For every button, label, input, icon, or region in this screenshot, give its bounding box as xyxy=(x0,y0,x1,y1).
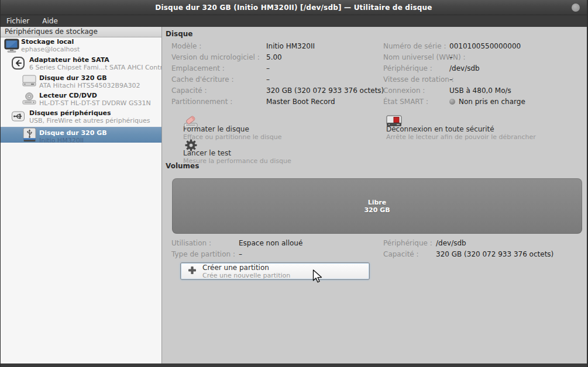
volumes-section-heading: Volumes xyxy=(166,162,199,170)
sidebar-item-cd-dvd-drive[interactable]: Lecteur CD/DVD HL-DT-ST HL-DT-ST DVDRW G… xyxy=(1,91,161,109)
info-value: 320 GB (320 072 933 376 octets) xyxy=(436,250,553,259)
eraser-icon xyxy=(183,114,199,133)
info-value: – xyxy=(449,53,453,63)
window-title: Disque dur 320 GB (Initio HM320II) [/dev… xyxy=(1,4,587,12)
info-value: USB à 480,0 Mo/s xyxy=(449,86,511,96)
info-value: Initio HM320II xyxy=(266,42,315,51)
info-row-usage: Utilisation : Espace non alloué xyxy=(171,239,302,248)
create-partition-button[interactable]: Créer une partition Crée une nouvelle pa… xyxy=(180,262,370,280)
info-label: Connexion : xyxy=(383,86,449,96)
plus-icon xyxy=(188,266,197,277)
sidebar-item-subtitle: Initio HM320II xyxy=(39,137,107,144)
info-value: – xyxy=(449,75,453,85)
info-row-smart-status: État SMART : Non pris en charge xyxy=(383,98,525,107)
info-value: 320 GB (320 072 933 376 octets) xyxy=(266,86,384,96)
gear-icon xyxy=(184,139,198,154)
sidebar-item-subtitle: ATA Hitachi HTS545032B9A302 xyxy=(39,82,140,89)
info-label: Emplacement : xyxy=(171,64,266,74)
sidebar-item-usb-disk-selected[interactable]: Disque dur 320 GB Initio HM320II xyxy=(1,127,161,143)
info-row-connection: Connexion : USB à 480,0 Mo/s xyxy=(383,86,511,96)
hard-disk-icon xyxy=(22,74,36,89)
disk-utility-window: Disque dur 320 GB (Initio HM320II) [/dev… xyxy=(0,0,588,367)
create-partition-subtitle: Crée une nouvelle partition xyxy=(202,272,290,279)
menubar: Fichier Aide xyxy=(1,15,587,27)
sidebar-header: Périphériques de stockage xyxy=(1,27,161,37)
disk-section-heading: Disque xyxy=(166,30,193,38)
safe-removal-button[interactable]: Déconnexion en toute sécurité Arrête le … xyxy=(386,114,579,131)
safe-remove-icon xyxy=(386,115,402,130)
sidebar-item-internal-disk[interactable]: Disque dur 320 GB ATA Hitachi HTS545032B… xyxy=(1,74,161,91)
volume-size: 320 GB xyxy=(364,206,390,214)
sidebar-item-title: Disque dur 320 GB xyxy=(39,129,107,137)
sidebar-item-title: Adaptateur hôte SATA xyxy=(29,56,177,64)
usb-drive-icon xyxy=(22,127,37,145)
info-row-volume-device: Périphérique : /dev/sdb xyxy=(383,239,466,248)
info-row-write-cache: Cache d'écriture : – xyxy=(171,75,270,85)
sidebar-item-title: Disques périphériques xyxy=(29,109,150,117)
sidebar-item-title: Stockage local xyxy=(21,38,80,46)
benchmark-button[interactable]: Lancer le test Mesure la performance du … xyxy=(183,138,359,155)
titlebar: Disque dur 320 GB (Initio HM320II) [/dev… xyxy=(1,0,587,15)
computer-icon xyxy=(4,38,19,56)
info-row-wwn: Nom universel (WWN) : – xyxy=(383,53,453,63)
info-label: Modèle : xyxy=(171,42,266,51)
info-value: Master Boot Record xyxy=(266,98,335,107)
info-label: État SMART : xyxy=(383,98,449,107)
sidebar-item-subtitle: HL-DT-ST HL-DT-ST DVDRW GS31N xyxy=(39,99,151,107)
info-value: Non pris en charge xyxy=(459,98,525,107)
info-value: – xyxy=(266,64,270,74)
info-row-volume-capacity: Capacité : 320 GB (320 072 933 376 octet… xyxy=(383,250,553,259)
info-label: Périphérique : xyxy=(383,239,436,248)
info-value: – xyxy=(266,75,270,85)
volume-free-space[interactable]: Libre 320 GB xyxy=(172,178,582,234)
action-title: Formater le disque xyxy=(183,125,359,133)
menu-help[interactable]: Aide xyxy=(42,17,58,25)
info-value: /dev/sdb xyxy=(449,64,480,74)
info-value: Espace non alloué xyxy=(239,239,302,248)
info-row-firmware: Version du micrologiciel : 5.00 xyxy=(171,53,282,63)
info-row-capacity: Capacité : 320 GB (320 072 933 376 octet… xyxy=(171,86,384,96)
info-label: Type de partition : xyxy=(171,250,239,259)
storage-devices-sidebar: Périphériques de stockage Stockage local… xyxy=(1,27,162,363)
info-row-location: Emplacement : – xyxy=(171,64,270,74)
action-title: Déconnexion en toute sécurité xyxy=(386,125,579,133)
info-row-partitioning: Partitionnement : Master Boot Record xyxy=(171,98,335,107)
sidebar-item-subtitle: ephase@localhost xyxy=(21,46,80,53)
info-label: Nom universel (WWN) : xyxy=(383,53,449,63)
info-label: Utilisation : xyxy=(171,239,239,248)
info-label: Partitionnement : xyxy=(171,98,266,107)
action-title: Lancer le test xyxy=(183,149,359,157)
status-dot-icon xyxy=(449,99,455,105)
info-row-rotation-rate: Vitesse de rotation : – xyxy=(383,75,453,85)
window-button-icon[interactable] xyxy=(572,4,580,12)
volume-label: Libre xyxy=(368,199,387,206)
info-label: Capacité : xyxy=(383,250,436,259)
info-label: Capacité : xyxy=(171,86,266,96)
action-subtitle: Mesure la performance du disque xyxy=(183,157,359,165)
sidebar-item-title: Disque dur 320 GB xyxy=(39,74,140,82)
format-disk-button[interactable]: Formater le disque Efface ou partitionne… xyxy=(183,114,359,131)
info-label: Cache d'écriture : xyxy=(171,75,266,85)
info-row-serial: Numéro de série : 0010100550000000 xyxy=(383,42,521,51)
sidebar-item-sata-host-adapter[interactable]: Adaptateur hôte SATA 6 Series Chipset Fa… xyxy=(1,56,161,74)
info-row-partition-type: Type de partition : – xyxy=(171,250,242,259)
sidebar-item-title: Lecteur CD/DVD xyxy=(39,92,151,99)
info-label: Numéro de série : xyxy=(383,42,449,51)
info-label: Vitesse de rotation : xyxy=(383,75,449,85)
info-label: Version du micrologiciel : xyxy=(171,53,266,63)
info-row-model: Modèle : Initio HM320II xyxy=(171,42,315,51)
info-value: 0010100550000000 xyxy=(449,42,521,51)
sata-adapter-icon xyxy=(11,56,25,72)
action-subtitle: Arrête le lecteur afin de pouvoir le déb… xyxy=(386,133,579,141)
window-frame-bottom xyxy=(1,363,587,367)
usb-icon xyxy=(11,109,25,126)
create-partition-title: Créer une partition xyxy=(202,264,290,272)
sidebar-item-subtitle: USB, FireWire et autres périphériques xyxy=(29,117,150,124)
menu-file[interactable]: Fichier xyxy=(6,17,29,25)
sidebar-item-local-storage[interactable]: Stockage local ephase@localhost xyxy=(1,37,161,56)
info-value: 5.00 xyxy=(266,53,282,63)
sidebar-item-peripheral-disks[interactable]: Disques périphériques USB, FireWire et a… xyxy=(1,109,161,127)
info-row-device: Périphérique : /dev/sdb xyxy=(383,64,480,74)
disk-detail-panel: Disque Modèle : Initio HM320II Version d… xyxy=(162,27,587,363)
optical-drive-icon xyxy=(22,92,36,108)
